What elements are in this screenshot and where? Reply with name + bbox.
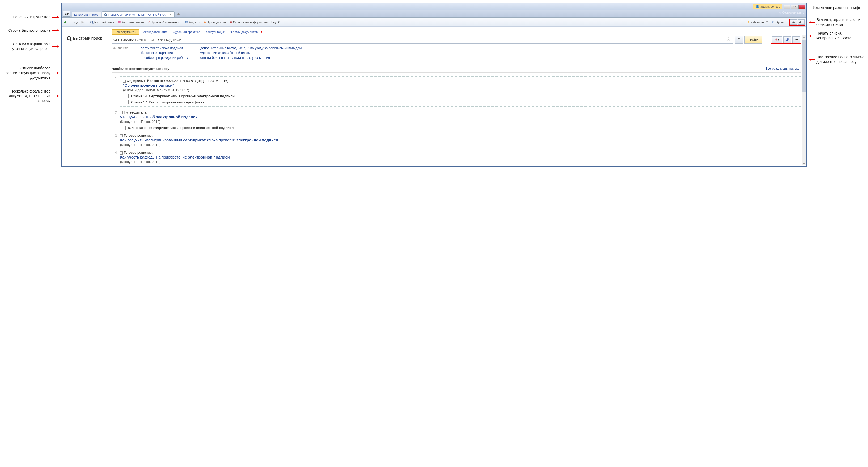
tab-home[interactable]: КонсультантПлюс <box>72 12 101 17</box>
suggestion-links: сертификат ключа подписи банковская гара… <box>141 46 302 61</box>
suggestion-link[interactable]: удержание из заработной платы <box>200 51 302 55</box>
app-window: 👤 Задать вопрос — ▭ ✕ ≡▾ КонсультантПлюс… <box>61 3 807 167</box>
more-actions-button[interactable]: ••• <box>792 36 800 43</box>
suggestion-link[interactable]: оплата больничного листа после увольнени… <box>200 56 302 60</box>
tab-search[interactable]: Поиск СЕРТИФИКАТ ЭЛЕКТРОННОЙ ПО… ✕ <box>102 11 175 17</box>
result-item: 4 Готовое решение: Как учесть расходы на… <box>112 150 801 164</box>
annotation-resultslist: Список наиболее соответствующих запросу … <box>3 66 51 80</box>
forward-arrow-icon[interactable]: ► <box>81 20 85 25</box>
find-button[interactable]: Найти <box>744 36 762 43</box>
maximize-button[interactable]: ▭ <box>791 4 798 9</box>
scroll-up-icon[interactable]: ▲ <box>802 35 806 39</box>
search-history-dropdown[interactable]: ▼ <box>735 36 743 43</box>
action-buttons: 🖨 ▾ W ••• <box>771 36 801 43</box>
guides-button[interactable]: ◆Путеводители <box>203 20 227 24</box>
document-icon <box>120 111 123 114</box>
search-icon <box>104 13 107 16</box>
results-title: Наиболее соответствуют запросу: <box>112 67 170 71</box>
font-decrease-button[interactable]: A- <box>790 20 797 25</box>
result-title-link[interactable]: Как учесть расходы на приобретение элект… <box>120 155 801 159</box>
result-number: 2 <box>112 110 117 130</box>
result-number: 3 <box>112 134 117 147</box>
main-menu-button[interactable]: ≡▾ <box>63 11 70 17</box>
tabs-row: ≡▾ КонсультантПлюс Поиск СЕРТИФИКАТ ЭЛЕК… <box>62 10 806 18</box>
back-button[interactable]: Назад <box>68 20 79 24</box>
print-button[interactable]: 🖨 ▾ <box>772 36 782 43</box>
ellipsis-icon: ••• <box>795 38 798 41</box>
journal-button[interactable]: ◷Журнал <box>771 20 787 24</box>
suggestion-link[interactable]: дополнительные выходные дни по уходу за … <box>200 46 302 50</box>
favorites-button[interactable]: ★Избранное ▾ <box>746 20 769 24</box>
document-icon <box>123 80 126 83</box>
result-fragment[interactable]: 6. Что такое сертификат ключа проверки э… <box>125 126 801 130</box>
codex-button[interactable]: ▤Кодексы <box>184 20 201 24</box>
scroll-down-icon[interactable]: ▼ <box>802 162 806 165</box>
suggestion-link[interactable]: сертификат ключа подписи <box>141 46 190 50</box>
navigator-icon: ⇗ <box>148 20 150 24</box>
right-annotations: Изменение размера шрифта Вкладки, ограни… <box>807 3 865 66</box>
gear-icon: ⚙ <box>779 11 781 14</box>
scrollbar[interactable]: ▲ ▼ <box>802 35 806 166</box>
annotation-scopetabs: Вкладки, ограничивающие область поиска <box>816 18 865 27</box>
filter-forms[interactable]: Формы документов <box>228 30 260 34</box>
search-input[interactable] <box>114 38 725 42</box>
see-also-label: См. также: <box>112 46 133 61</box>
document-icon <box>120 134 123 138</box>
more-button[interactable]: Еще ▾ <box>270 20 281 24</box>
result-fragment[interactable]: Статья 14. Сертификат ключа проверки эле… <box>128 94 798 98</box>
result-title-link[interactable]: Как получить квалифицированный сертифика… <box>120 138 801 142</box>
guide-icon: ◆ <box>204 20 206 24</box>
ask-question-button[interactable]: 👤 Задать вопрос <box>753 4 782 9</box>
annotation-suggestions: Ссылки с вариантами уточняющих запросов <box>3 42 51 51</box>
result-number: 1 <box>112 76 117 107</box>
new-tab-button[interactable]: ✚ <box>175 11 182 17</box>
service-center-link[interactable]: ⚙ Сервисный центр <box>779 11 804 14</box>
filter-consult[interactable]: Консультации <box>203 30 228 34</box>
search-icon <box>67 36 71 40</box>
scroll-thumb[interactable] <box>802 40 806 92</box>
result-number: 4 <box>112 150 117 164</box>
word-icon: W <box>786 38 788 41</box>
result-title-link[interactable]: Что нужно знать об электронной подписи <box>120 115 801 119</box>
tab-close-icon[interactable]: ✕ <box>169 13 172 16</box>
annotation-arrow <box>262 32 801 32</box>
main-content: Быстрый поиск Все документы Законодатель… <box>62 27 806 167</box>
minimize-button[interactable]: — <box>783 4 790 9</box>
search-card-button[interactable]: ▦Карточка поиска <box>117 20 145 24</box>
close-button[interactable]: ✕ <box>798 4 805 9</box>
titlebar: 👤 Задать вопрос — ▭ ✕ <box>62 3 806 10</box>
result-item: 3 Готовое решение: Как получить квалифиц… <box>112 134 801 147</box>
search-box: ⓧ <box>112 36 733 43</box>
result-title-link[interactable]: "Об электронной подписи" <box>123 83 798 87</box>
clear-icon[interactable]: ⓧ <box>725 37 732 42</box>
star-icon: ★ <box>747 20 750 24</box>
card-icon: ▦ <box>118 20 121 24</box>
result-item: 2 Путеводитель. Что нужно знать об элект… <box>112 110 801 130</box>
font-increase-button[interactable]: A+ <box>798 20 805 25</box>
reference-button[interactable]: ▣Справочная информация <box>228 20 269 24</box>
reference-icon: ▣ <box>229 20 232 24</box>
document-icon <box>120 151 123 154</box>
fontsize-controls: A- A+ <box>789 19 805 26</box>
annotation-quicksearch: Строка Быстрого поиска <box>8 28 51 33</box>
filter-law[interactable]: Законодательство <box>139 30 170 34</box>
quicksearch-label: Быстрый поиск <box>67 36 102 40</box>
all-results-link[interactable]: Все результаты поиска <box>764 66 801 71</box>
annotation-fulllist: Построение полного списка документов по … <box>816 55 865 64</box>
result-item: 1 Федеральный закон от 06.04.2011 N 63-Ф… <box>112 76 801 107</box>
search-icon <box>90 21 93 23</box>
suggestion-link[interactable]: пособие при рождении ребенка <box>141 56 190 60</box>
filter-all[interactable]: Все документы <box>112 29 139 35</box>
codex-icon: ▤ <box>185 20 188 24</box>
filter-court[interactable]: Судебная практика <box>170 30 203 34</box>
suggestion-link[interactable]: банковская гарантия <box>141 51 190 55</box>
navigator-button[interactable]: ⇗Правовой навигатор <box>147 20 180 24</box>
annotation-printcopy: Печать списка, копирование в Word… <box>816 31 865 40</box>
quicksearch-button[interactable]: Быстрый поиск <box>89 20 115 24</box>
left-annotations: Панель инструментов Строка Быстрого поис… <box>3 3 61 105</box>
person-icon: 👤 <box>755 5 760 8</box>
word-button[interactable]: W <box>783 36 791 43</box>
back-arrow-icon[interactable]: ◄ <box>63 20 67 25</box>
annotation-fragments: Несколько фрагментов документа, отвечающ… <box>3 89 51 103</box>
result-fragment[interactable]: Статья 17. Квалифицированный сертификат <box>128 100 798 104</box>
